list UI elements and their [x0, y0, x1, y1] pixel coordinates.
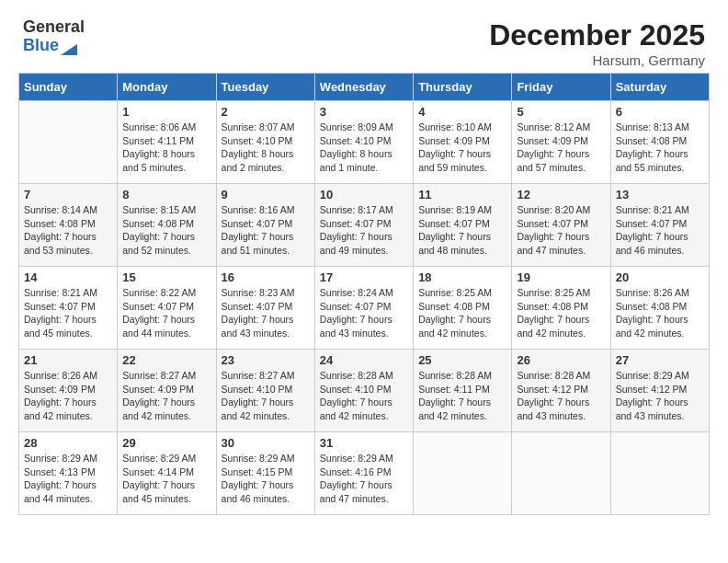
day-info: Sunrise: 8:28 AMSunset: 4:10 PMDaylight:…: [320, 369, 408, 423]
day-info: Sunrise: 8:15 AMSunset: 4:08 PMDaylight:…: [122, 203, 210, 258]
day-number: 19: [517, 270, 605, 284]
calendar-table: SundayMondayTuesdayWednesdayThursdayFrid…: [18, 73, 710, 515]
day-info: Sunrise: 8:29 AMSunset: 4:13 PMDaylight:…: [24, 452, 112, 506]
calendar-cell: 15Sunrise: 8:22 AMSunset: 4:07 PMDayligh…: [118, 267, 216, 350]
calendar-cell: 9Sunrise: 8:16 AMSunset: 4:07 PMDaylight…: [216, 184, 314, 267]
day-number: 17: [320, 270, 408, 284]
day-number: 16: [222, 270, 310, 284]
calendar-title: December 2025: [489, 18, 705, 52]
logo-triangle-icon: [61, 37, 77, 55]
day-number: 28: [24, 436, 112, 450]
day-number: 9: [222, 188, 310, 201]
day-number: 4: [418, 105, 506, 119]
logo-general: General: [23, 18, 85, 37]
day-info: Sunrise: 8:29 AMSunset: 4:16 PMDaylight:…: [320, 452, 408, 506]
calendar-week-1: 1Sunrise: 8:06 AMSunset: 4:11 PMDaylight…: [19, 101, 710, 184]
day-number: 1: [122, 105, 210, 119]
day-info: Sunrise: 8:19 AMSunset: 4:07 PMDaylight:…: [418, 203, 506, 258]
calendar-cell: 11Sunrise: 8:19 AMSunset: 4:07 PMDayligh…: [414, 184, 512, 267]
day-info: Sunrise: 8:23 AMSunset: 4:07 PMDaylight:…: [222, 286, 310, 340]
day-number: 22: [122, 353, 210, 367]
day-info: Sunrise: 8:06 AMSunset: 4:11 PMDaylight:…: [122, 121, 210, 175]
calendar-cell: 12Sunrise: 8:20 AMSunset: 4:07 PMDayligh…: [512, 184, 610, 267]
day-number: 12: [517, 188, 605, 201]
calendar-cell: 28Sunrise: 8:29 AMSunset: 4:13 PMDayligh…: [19, 432, 118, 515]
calendar-cell: [512, 432, 610, 515]
day-number: 18: [418, 270, 506, 284]
day-info: Sunrise: 8:21 AMSunset: 4:07 PMDaylight:…: [616, 203, 704, 258]
calendar-cell: 18Sunrise: 8:25 AMSunset: 4:08 PMDayligh…: [414, 267, 512, 350]
day-number: 31: [320, 436, 408, 450]
day-info: Sunrise: 8:29 AMSunset: 4:14 PMDaylight:…: [122, 452, 210, 506]
calendar-cell: 4Sunrise: 8:10 AMSunset: 4:09 PMDaylight…: [414, 101, 512, 184]
day-number: 13: [616, 188, 704, 201]
calendar-cell: 21Sunrise: 8:26 AMSunset: 4:09 PMDayligh…: [19, 350, 118, 432]
page-header: General Blue December 2025 Harsum, Germa…: [9, 9, 719, 73]
day-info: Sunrise: 8:07 AMSunset: 4:10 PMDaylight:…: [222, 121, 310, 175]
calendar-cell: 31Sunrise: 8:29 AMSunset: 4:16 PMDayligh…: [314, 432, 413, 515]
calendar-header-row: SundayMondayTuesdayWednesdayThursdayFrid…: [19, 74, 710, 101]
calendar-week-2: 7Sunrise: 8:14 AMSunset: 4:08 PMDaylight…: [19, 184, 710, 267]
day-info: Sunrise: 8:22 AMSunset: 4:07 PMDaylight:…: [122, 286, 210, 340]
title-block: December 2025 Harsum, Germany: [489, 18, 705, 68]
calendar-cell: 6Sunrise: 8:13 AMSunset: 4:08 PMDaylight…: [610, 101, 709, 184]
day-info: Sunrise: 8:10 AMSunset: 4:09 PMDaylight:…: [418, 121, 506, 175]
day-number: 8: [122, 188, 210, 201]
calendar-cell: 17Sunrise: 8:24 AMSunset: 4:07 PMDayligh…: [314, 267, 413, 350]
day-number: 2: [222, 105, 310, 119]
day-info: Sunrise: 8:27 AMSunset: 4:09 PMDaylight:…: [122, 369, 210, 423]
logo: General Blue: [23, 18, 85, 55]
day-number: 26: [517, 353, 605, 367]
logo-blue: Blue: [23, 37, 59, 55]
day-info: Sunrise: 8:28 AMSunset: 4:11 PMDaylight:…: [418, 369, 506, 423]
day-number: 20: [616, 270, 704, 284]
header-tuesday: Tuesday: [216, 74, 314, 101]
day-number: 7: [24, 188, 112, 201]
calendar-cell: 8Sunrise: 8:15 AMSunset: 4:08 PMDaylight…: [118, 184, 216, 267]
header-friday: Friday: [512, 74, 610, 101]
day-number: 25: [418, 353, 506, 367]
day-info: Sunrise: 8:14 AMSunset: 4:08 PMDaylight:…: [24, 203, 112, 258]
calendar-cell: 27Sunrise: 8:29 AMSunset: 4:12 PMDayligh…: [610, 350, 709, 432]
day-info: Sunrise: 8:25 AMSunset: 4:08 PMDaylight:…: [517, 286, 605, 340]
calendar-cell: [610, 432, 709, 515]
day-number: 27: [616, 353, 704, 367]
calendar-cell: 24Sunrise: 8:28 AMSunset: 4:10 PMDayligh…: [314, 350, 413, 432]
calendar-cell: 2Sunrise: 8:07 AMSunset: 4:10 PMDaylight…: [216, 101, 314, 184]
day-info: Sunrise: 8:20 AMSunset: 4:07 PMDaylight:…: [517, 203, 605, 258]
calendar-cell: 26Sunrise: 8:28 AMSunset: 4:12 PMDayligh…: [512, 350, 610, 432]
svg-marker-0: [61, 44, 77, 55]
calendar-week-3: 14Sunrise: 8:21 AMSunset: 4:07 PMDayligh…: [19, 267, 710, 350]
day-number: 3: [320, 105, 408, 119]
calendar-cell: 22Sunrise: 8:27 AMSunset: 4:09 PMDayligh…: [118, 350, 216, 432]
calendar-cell: 7Sunrise: 8:14 AMSunset: 4:08 PMDaylight…: [19, 184, 118, 267]
header-saturday: Saturday: [610, 74, 709, 101]
day-number: 24: [320, 353, 408, 367]
day-info: Sunrise: 8:25 AMSunset: 4:08 PMDaylight:…: [418, 286, 506, 340]
calendar-cell: 14Sunrise: 8:21 AMSunset: 4:07 PMDayligh…: [19, 267, 118, 350]
calendar-cell: 5Sunrise: 8:12 AMSunset: 4:09 PMDaylight…: [512, 101, 610, 184]
day-number: 29: [122, 436, 210, 450]
day-info: Sunrise: 8:24 AMSunset: 4:07 PMDaylight:…: [320, 286, 408, 340]
day-info: Sunrise: 8:09 AMSunset: 4:10 PMDaylight:…: [320, 121, 408, 175]
day-info: Sunrise: 8:12 AMSunset: 4:09 PMDaylight:…: [517, 121, 605, 175]
day-number: 30: [222, 436, 310, 450]
calendar-cell: 19Sunrise: 8:25 AMSunset: 4:08 PMDayligh…: [512, 267, 610, 350]
day-info: Sunrise: 8:29 AMSunset: 4:12 PMDaylight:…: [616, 369, 704, 423]
header-wednesday: Wednesday: [314, 74, 413, 101]
day-info: Sunrise: 8:17 AMSunset: 4:07 PMDaylight:…: [320, 203, 408, 258]
day-info: Sunrise: 8:16 AMSunset: 4:07 PMDaylight:…: [222, 203, 310, 258]
day-info: Sunrise: 8:21 AMSunset: 4:07 PMDaylight:…: [24, 286, 112, 340]
day-number: 5: [517, 105, 605, 119]
day-number: 23: [222, 353, 310, 367]
day-number: 14: [24, 270, 112, 284]
calendar-cell: 16Sunrise: 8:23 AMSunset: 4:07 PMDayligh…: [216, 267, 314, 350]
header-sunday: Sunday: [19, 74, 118, 101]
day-info: Sunrise: 8:13 AMSunset: 4:08 PMDaylight:…: [616, 121, 704, 175]
day-info: Sunrise: 8:27 AMSunset: 4:10 PMDaylight:…: [222, 369, 310, 423]
calendar-cell: 3Sunrise: 8:09 AMSunset: 4:10 PMDaylight…: [314, 101, 413, 184]
calendar-cell: 1Sunrise: 8:06 AMSunset: 4:11 PMDaylight…: [118, 101, 216, 184]
calendar-cell: 23Sunrise: 8:27 AMSunset: 4:10 PMDayligh…: [216, 350, 314, 432]
calendar-cell: 25Sunrise: 8:28 AMSunset: 4:11 PMDayligh…: [414, 350, 512, 432]
day-info: Sunrise: 8:26 AMSunset: 4:09 PMDaylight:…: [24, 369, 112, 423]
